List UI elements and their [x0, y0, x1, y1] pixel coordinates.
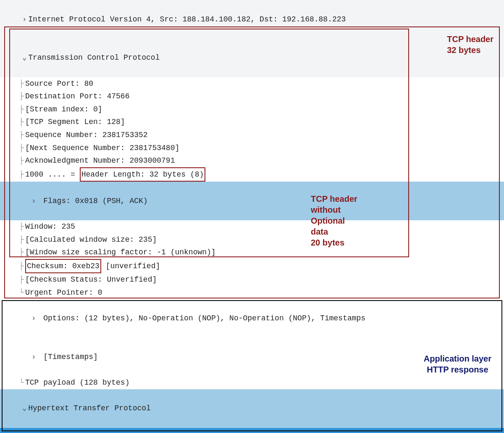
tcp-scale[interactable]: ├[Window size scaling factor: -1 (unknow…: [0, 246, 504, 259]
tcp-ack[interactable]: ├Acknowledgment Number: 2093000791: [0, 154, 504, 167]
tree-tee-icon: ├: [18, 154, 25, 167]
hlen-box: Header Length: 32 bytes (8): [80, 167, 206, 182]
tree-tee-icon: ├: [18, 246, 25, 259]
tcp-next-seq[interactable]: ├[Next Sequence Number: 2381753480]: [0, 142, 504, 155]
collapse-icon[interactable]: ⌄: [21, 402, 28, 415]
tree-tee-icon: ├: [18, 168, 25, 181]
field-value: Urgent Pointer: 0: [25, 288, 102, 297]
field-value: [Next Sequence Number: 2381753480]: [25, 144, 179, 152]
field-value: Sequence Number: 2381753352: [25, 131, 148, 139]
tcp-flags-row[interactable]: ›Flags: 0x018 (PSH, ACK): [0, 182, 504, 220]
field-value: [TCP Segment Len: 128]: [25, 118, 125, 126]
tcp-payload[interactable]: └TCP payload (128 bytes): [0, 376, 504, 389]
collapse-icon[interactable]: ⌄: [21, 51, 28, 64]
tree-tee-icon: ├: [18, 260, 25, 273]
tcp-timestamps-row[interactable]: ›[Timestamps]: [0, 338, 504, 376]
http-status-row[interactable]: ›HTTP/1.1 304 Not Modified\r\n: [0, 428, 504, 433]
packet-detail-pane: ›Internet Protocol Version 4, Src: 188.1…: [0, 0, 504, 433]
field-value: TCP payload (128 bytes): [25, 378, 129, 387]
field-value: [Stream index: 0]: [25, 105, 102, 114]
hlen-prefix: 1000 .... =: [25, 170, 80, 179]
tcp-seq[interactable]: ├Sequence Number: 2381753352: [0, 129, 504, 142]
expand-icon[interactable]: ›: [30, 195, 37, 208]
tree-tee-icon: ├: [18, 103, 25, 116]
ip-text: Internet Protocol Version 4, Src: 188.18…: [28, 15, 346, 24]
field-value: Window: 235: [25, 222, 75, 231]
tree-tee-icon: ├: [18, 142, 25, 155]
field-value: Source Port: 80: [25, 79, 93, 88]
checksum-box: Checksum: 0xeb23: [25, 259, 101, 274]
tcp-checksum-status[interactable]: ├[Checksum Status: Unverified]: [0, 273, 504, 286]
tcp-header-row[interactable]: ⌄Transmission Control Protocol: [0, 39, 504, 77]
tree-tee-icon: ├: [18, 116, 25, 129]
tree-tee-icon: ├: [18, 220, 25, 233]
tree-tee-icon: ├: [18, 129, 25, 142]
tree-tee-icon: ├: [18, 273, 25, 286]
tcp-header-text: Transmission Control Protocol: [28, 53, 160, 62]
tcp-urgent[interactable]: └Urgent Pointer: 0: [0, 286, 504, 299]
field-value: [Calculated window size: 235]: [25, 235, 157, 244]
tree-end-icon: └: [18, 376, 25, 389]
timestamps-text: [Timestamps]: [43, 353, 98, 361]
options-text: Options: (12 bytes), No-Operation (NOP),…: [43, 314, 365, 322]
field-value: [Window size scaling factor: -1 (unknown…: [25, 248, 216, 256]
tree-tee-icon: ├: [18, 90, 25, 103]
expand-icon[interactable]: ›: [30, 312, 37, 325]
tcp-window[interactable]: ├Window: 235: [0, 220, 504, 233]
tree-end-icon: └: [18, 286, 25, 299]
tree-tee-icon: ├: [18, 233, 25, 246]
http-header-text: Hypertext Transfer Protocol: [28, 404, 151, 412]
tcp-dst-port[interactable]: ├Destination Port: 47566: [0, 90, 504, 103]
flags-text: Flags: 0x018 (PSH, ACK): [43, 197, 147, 205]
tcp-segment-len[interactable]: ├[TCP Segment Len: 128]: [0, 116, 504, 129]
tcp-stream-index[interactable]: ├[Stream index: 0]: [0, 103, 504, 116]
tcp-src-port[interactable]: ├Source Port: 80: [0, 77, 504, 90]
tcp-options-row[interactable]: ›Options: (12 bytes), No-Operation (NOP)…: [0, 299, 504, 338]
tcp-calc-window[interactable]: ├[Calculated window size: 235]: [0, 233, 504, 246]
field-value: Destination Port: 47566: [25, 92, 129, 100]
ip-row[interactable]: ›Internet Protocol Version 4, Src: 188.1…: [0, 0, 504, 39]
field-value: [Checksum Status: Unverified]: [25, 275, 157, 284]
tcp-header-len[interactable]: ├1000 .... = Header Length: 32 bytes (8): [0, 167, 504, 182]
expand-icon[interactable]: ›: [21, 13, 28, 26]
tcp-checksum[interactable]: ├Checksum: 0xeb23 [unverified]: [0, 259, 504, 274]
tree-tee-icon: ├: [18, 77, 25, 90]
checksum-suffix: [unverified]: [101, 262, 160, 270]
http-header-row[interactable]: ⌄Hypertext Transfer Protocol: [0, 389, 504, 428]
expand-icon[interactable]: ›: [30, 351, 37, 364]
field-value: Acknowledgment Number: 2093000791: [25, 156, 175, 165]
